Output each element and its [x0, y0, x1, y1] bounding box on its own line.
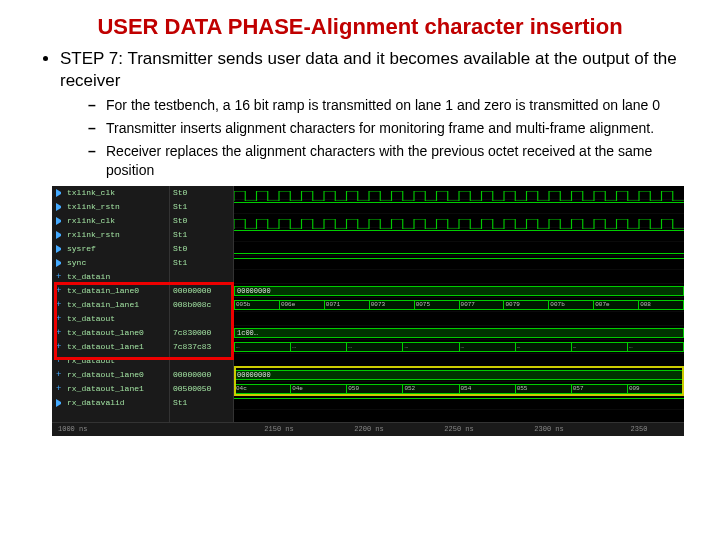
sub-bullet: For the testbench, a 16 bit ramp is tran…	[88, 96, 684, 115]
triangle-icon	[56, 231, 64, 239]
clock-wave	[234, 216, 684, 226]
bus-wave: 00000000	[234, 370, 684, 380]
signal-values-column: St0 St1 St0 St1 St0 St1 00000000 008b008…	[170, 186, 234, 436]
waveform-column: 00000000 005b006e00710073007500770079007…	[234, 186, 684, 436]
flat-high	[234, 202, 684, 203]
timeline: 2150 ns 2200 ns 2250 ns 2300 ns 2350	[234, 422, 684, 436]
triangle-icon	[56, 203, 64, 211]
plus-icon: +	[56, 329, 64, 337]
slide-title: USER DATA PHASE-Alignment character inse…	[0, 0, 720, 48]
triangle-icon	[56, 259, 64, 267]
status-bar: 1000 ns	[52, 422, 234, 436]
triangle-icon	[56, 189, 64, 197]
bus-wave: 00000000	[234, 286, 684, 296]
slide-body: STEP 7: Transmitter sends user data and …	[0, 48, 720, 180]
signal-names-column: txlink_clk txlink_rstn rxlink_clk rxlink…	[52, 186, 170, 436]
plus-icon: +	[56, 357, 64, 365]
plus-icon: +	[56, 301, 64, 309]
plus-icon: +	[56, 385, 64, 393]
bus-wave: 1c00…	[234, 328, 684, 338]
sub-bullet: Receiver replaces the alignment characte…	[88, 142, 684, 180]
plus-icon: +	[56, 315, 64, 323]
waveform-screenshot: txlink_clk txlink_rstn rxlink_clk rxlink…	[52, 186, 684, 436]
main-bullet: STEP 7: Transmitter sends user data and …	[60, 48, 684, 180]
triangle-icon	[56, 245, 64, 253]
plus-icon: +	[56, 371, 64, 379]
triangle-icon	[56, 217, 64, 225]
flat-high	[234, 230, 684, 231]
sub-bullet: Transmitter inserts alignment characters…	[88, 119, 684, 138]
flat-high	[234, 258, 684, 259]
plus-icon: +	[56, 343, 64, 351]
plus-icon: +	[56, 287, 64, 295]
bus-wave-segments: 04c 04e 050 052 054 055 057 009	[234, 384, 684, 394]
bus-wave-segments: 005b006e00710073007500770079007b007e008	[234, 300, 684, 310]
flat-low	[234, 253, 684, 254]
bus-wave-segments: ……………………	[234, 342, 684, 352]
triangle-icon	[56, 399, 64, 407]
plus-icon: +	[56, 273, 64, 281]
clock-wave	[234, 188, 684, 198]
flat-high	[234, 398, 684, 399]
